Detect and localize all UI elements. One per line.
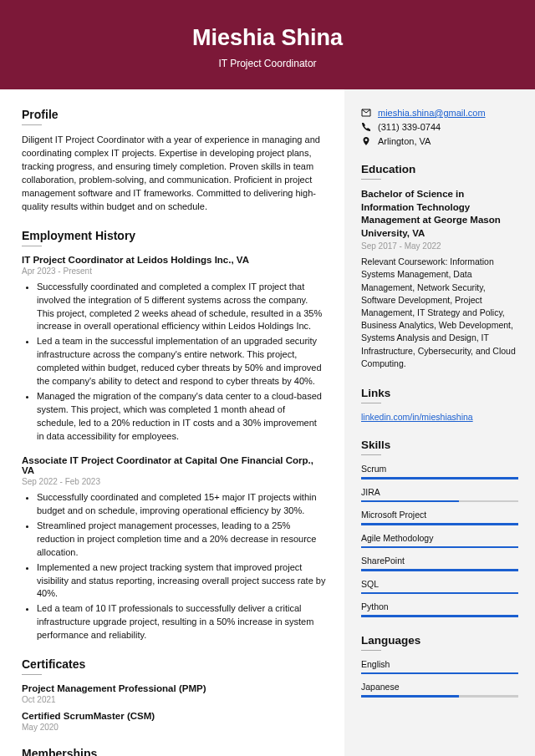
job-bullet: Led a team in the successful implementat… bbox=[37, 335, 326, 388]
contact-phone: (311) 339-0744 bbox=[361, 122, 518, 132]
language-bar bbox=[361, 672, 518, 675]
skill: SharePoint bbox=[361, 556, 518, 571]
skill-name: SQL bbox=[361, 579, 518, 589]
language: Japanese bbox=[361, 682, 518, 698]
job-bullet: Led a team of 10 IT professionals to suc… bbox=[37, 602, 326, 642]
skill-name: JIRA bbox=[361, 487, 518, 497]
header: Mieshia Shina IT Project Coordinator bbox=[0, 0, 535, 89]
left-column: Profile Diligent IT Project Coordinator … bbox=[0, 89, 344, 756]
skill-bar bbox=[361, 592, 518, 595]
certificates-heading: Certificates bbox=[22, 657, 326, 671]
skill-bar bbox=[361, 615, 518, 617]
skill-name: Microsoft Project bbox=[361, 510, 518, 520]
links-heading: Links bbox=[361, 387, 518, 399]
skill-name: Python bbox=[361, 601, 518, 611]
job-bullet: Successfully coordinated and completed 1… bbox=[37, 491, 326, 518]
skill: Python bbox=[361, 601, 518, 617]
certificate-date: May 2020 bbox=[22, 723, 326, 732]
contact-location: Arlington, VA bbox=[361, 136, 518, 146]
job-bullets: Successfully coordinated and completed 1… bbox=[22, 491, 326, 642]
right-column: mieshia.shina@gmail.com (311) 339-0744 A… bbox=[344, 89, 535, 756]
certificate: Certified ScrumMaster (CSM) May 2020 bbox=[22, 711, 326, 732]
skill: SQL bbox=[361, 579, 518, 595]
links-section: Links linkedin.com/in/mieshiashina bbox=[361, 387, 518, 422]
certificate-title: Project Management Professional (PMP) bbox=[22, 683, 326, 693]
languages-section: Languages English Japanese bbox=[361, 634, 518, 698]
certificates-section: Certificates Project Management Professi… bbox=[22, 657, 326, 732]
language-bar bbox=[361, 695, 518, 698]
education-section: Education Bachelor of Science in Informa… bbox=[361, 163, 518, 370]
skill-bar bbox=[361, 477, 518, 479]
skill-bar bbox=[361, 523, 518, 525]
job: IT Project Coordinator at Leidos Holding… bbox=[22, 255, 326, 444]
education-dates: Sep 2017 - May 2022 bbox=[361, 241, 518, 251]
certificate-date: Oct 2021 bbox=[22, 695, 326, 704]
contact-section: mieshia.shina@gmail.com (311) 339-0744 A… bbox=[361, 108, 518, 146]
job: Associate IT Project Coordinator at Capi… bbox=[22, 455, 326, 642]
phone-text: (311) 339-0744 bbox=[378, 122, 441, 132]
job-title: Associate IT Project Coordinator at Capi… bbox=[22, 455, 326, 475]
skill-bar bbox=[361, 569, 518, 571]
skill: Agile Methodology bbox=[361, 533, 518, 549]
education-heading: Education bbox=[361, 163, 518, 175]
certificate: Project Management Professional (PMP) Oc… bbox=[22, 683, 326, 704]
job-bullet: Implemented a new project tracking syste… bbox=[37, 561, 326, 601]
language-name: Japanese bbox=[361, 682, 518, 692]
skills-section: Skills Scrum JIRA Microsoft Project Agil… bbox=[361, 439, 518, 617]
skill-bar bbox=[361, 546, 518, 549]
profile-heading: Profile bbox=[22, 108, 326, 121]
language-name: English bbox=[361, 659, 518, 669]
profile-text: Diligent IT Project Coordinator with a y… bbox=[22, 134, 326, 214]
skills-heading: Skills bbox=[361, 439, 518, 451]
email-icon bbox=[361, 108, 371, 118]
skill: Microsoft Project bbox=[361, 510, 518, 525]
languages-heading: Languages bbox=[361, 634, 518, 647]
job-bullet: Successfully coordinated and completed a… bbox=[37, 281, 326, 334]
person-title: IT Project Coordinator bbox=[17, 58, 518, 69]
profile-section: Profile Diligent IT Project Coordinator … bbox=[22, 108, 326, 214]
skill-name: Scrum bbox=[361, 464, 518, 474]
job-bullets: Successfully coordinated and completed a… bbox=[22, 281, 326, 444]
job-dates: Sep 2022 - Feb 2023 bbox=[22, 477, 326, 486]
location-icon bbox=[361, 136, 371, 146]
job-title: IT Project Coordinator at Leidos Holding… bbox=[22, 255, 326, 265]
location-text: Arlington, VA bbox=[378, 136, 431, 146]
education-title: Bachelor of Science in Information Techn… bbox=[361, 188, 518, 240]
person-name: Mieshia Shina bbox=[17, 25, 518, 51]
linkedin-link[interactable]: linkedin.com/in/mieshiashina bbox=[361, 412, 473, 422]
skill: Scrum bbox=[361, 464, 518, 479]
job-bullet: Streamlined project management processes… bbox=[37, 520, 326, 560]
skill-name: Agile Methodology bbox=[361, 533, 518, 543]
email-link[interactable]: mieshia.shina@gmail.com bbox=[378, 108, 486, 118]
skill-bar bbox=[361, 500, 518, 503]
employment-heading: Employment History bbox=[22, 229, 326, 242]
certificate-title: Certified ScrumMaster (CSM) bbox=[22, 711, 326, 721]
skill: JIRA bbox=[361, 487, 518, 503]
phone-icon bbox=[361, 122, 371, 132]
employment-section: Employment History IT Project Coordinato… bbox=[22, 229, 326, 643]
language: English bbox=[361, 659, 518, 675]
skill-name: SharePoint bbox=[361, 556, 518, 566]
job-bullet: Managed the migration of the company's d… bbox=[37, 390, 326, 444]
memberships-section: Memberships bbox=[22, 747, 326, 756]
memberships-heading: Memberships bbox=[22, 747, 326, 756]
contact-email: mieshia.shina@gmail.com bbox=[361, 108, 518, 118]
education-text: Relevant Coursework: Information Systems… bbox=[361, 256, 518, 370]
job-dates: Apr 2023 - Present bbox=[22, 266, 326, 276]
